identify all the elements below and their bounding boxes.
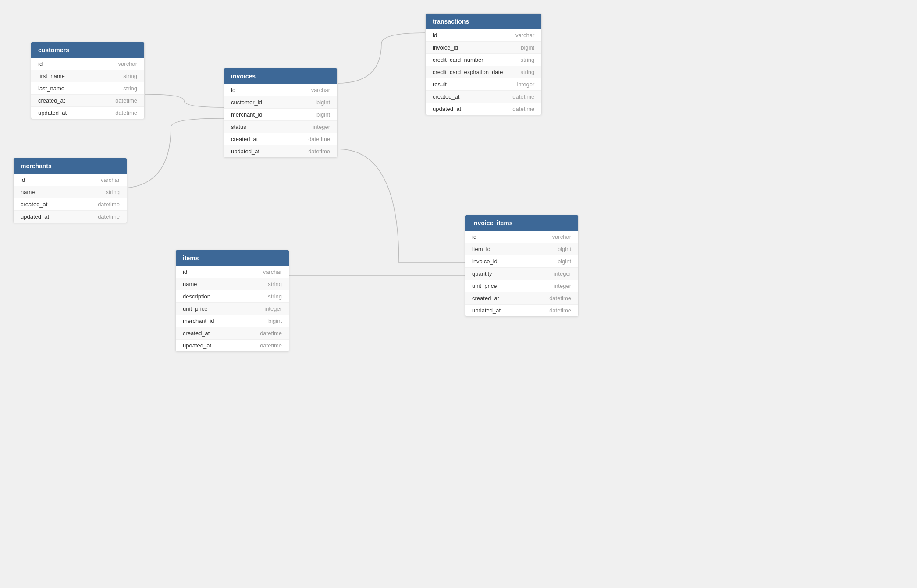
column-name: credit_card_expiration_date xyxy=(433,69,503,75)
column-type: varchar xyxy=(515,32,534,39)
column-type: string xyxy=(520,57,534,63)
table-row: credit_card_expiration_datestring xyxy=(426,66,541,78)
column-type: bigint xyxy=(558,246,571,252)
table-row: created_atdatetime xyxy=(176,327,289,340)
column-type: datetime xyxy=(549,295,571,301)
column-type: string xyxy=(123,73,137,79)
column-type: varchar xyxy=(263,269,282,275)
table-row: idvarchar xyxy=(465,231,578,243)
table-row: updated_atdatetime xyxy=(426,103,541,115)
column-type: string xyxy=(106,189,120,195)
column-name: created_at xyxy=(21,201,47,208)
column-name: updated_at xyxy=(433,106,461,112)
column-type: integer xyxy=(554,270,571,277)
column-type: integer xyxy=(517,81,534,88)
column-type: string xyxy=(520,69,534,75)
column-type: integer xyxy=(554,283,571,289)
column-type: bigint xyxy=(558,258,571,265)
column-type: string xyxy=(123,85,137,92)
table-row: credit_card_numberstring xyxy=(426,54,541,66)
column-name: created_at xyxy=(472,295,499,301)
column-name: id xyxy=(183,269,187,275)
column-type: bigint xyxy=(316,99,330,106)
column-type: datetime xyxy=(260,342,282,349)
table-transactions: transactionsidvarcharinvoice_idbigintcre… xyxy=(425,13,542,115)
table-row: updated_atdatetime xyxy=(224,145,337,157)
table-row: idvarchar xyxy=(14,174,127,186)
table-row: updated_atdatetime xyxy=(176,340,289,351)
table-row: created_atdatetime xyxy=(14,198,127,211)
column-type: varchar xyxy=(311,87,330,93)
table-row: unit_priceinteger xyxy=(176,303,289,315)
table-row: idvarchar xyxy=(224,84,337,96)
column-name: status xyxy=(231,124,246,130)
column-name: id xyxy=(21,177,25,183)
column-type: integer xyxy=(313,124,330,130)
table-header-customers: customers xyxy=(31,42,144,58)
column-name: updated_at xyxy=(231,148,259,155)
column-type: varchar xyxy=(118,60,137,67)
column-name: updated_at xyxy=(183,342,211,349)
column-name: created_at xyxy=(433,93,459,100)
table-row: idvarchar xyxy=(426,29,541,42)
table-header-items: items xyxy=(176,250,289,266)
column-name: last_name xyxy=(38,85,64,92)
table-row: resultinteger xyxy=(426,78,541,91)
column-type: datetime xyxy=(512,106,534,112)
table-row: updated_atdatetime xyxy=(465,305,578,316)
column-name: merchant_id xyxy=(231,111,263,118)
column-name: name xyxy=(21,189,35,195)
column-name: id xyxy=(433,32,437,39)
column-type: datetime xyxy=(98,201,120,208)
table-row: item_idbigint xyxy=(465,243,578,255)
table-header-invoice_items: invoice_items xyxy=(465,215,578,231)
table-row: created_atdatetime xyxy=(224,133,337,145)
table-merchants: merchantsidvarcharnamestringcreated_atda… xyxy=(13,158,127,223)
column-name: item_id xyxy=(472,246,490,252)
table-row: namestring xyxy=(14,186,127,198)
table-row: descriptionstring xyxy=(176,290,289,303)
column-name: unit_price xyxy=(472,283,497,289)
column-name: quantity xyxy=(472,270,492,277)
column-type: datetime xyxy=(115,97,137,104)
table-row: updated_atdatetime xyxy=(14,211,127,223)
column-name: id xyxy=(472,234,476,240)
column-type: bigint xyxy=(521,44,534,51)
column-name: description xyxy=(183,293,210,300)
table-header-merchants: merchants xyxy=(14,158,127,174)
column-type: datetime xyxy=(549,307,571,314)
table-header-transactions: transactions xyxy=(426,14,541,29)
column-type: datetime xyxy=(512,93,534,100)
table-header-invoices: invoices xyxy=(224,68,337,84)
table-invoices: invoicesidvarcharcustomer_idbigintmercha… xyxy=(224,68,338,158)
column-type: datetime xyxy=(308,148,330,155)
column-name: created_at xyxy=(183,330,210,337)
column-name: merchant_id xyxy=(183,318,214,324)
column-type: string xyxy=(268,281,282,287)
table-row: merchant_idbigint xyxy=(224,109,337,121)
column-name: customer_id xyxy=(231,99,262,106)
table-row: created_atdatetime xyxy=(465,292,578,305)
column-type: varchar xyxy=(101,177,120,183)
table-items: itemsidvarcharnamestringdescriptionstrin… xyxy=(175,250,289,352)
column-type: bigint xyxy=(268,318,282,324)
column-name: id xyxy=(231,87,235,93)
column-name: created_at xyxy=(231,136,258,142)
table-row: created_atdatetime xyxy=(426,91,541,103)
column-name: created_at xyxy=(38,97,65,104)
table-row: namestring xyxy=(176,278,289,290)
table-row: updated_atdatetime xyxy=(31,107,144,119)
table-row: invoice_idbigint xyxy=(465,255,578,268)
diagram-canvas: customersidvarcharfirst_namestringlast_n… xyxy=(0,0,917,588)
column-name: result xyxy=(433,81,447,88)
table-row: first_namestring xyxy=(31,70,144,82)
column-type: datetime xyxy=(115,110,137,116)
table-invoice_items: invoice_itemsidvarcharitem_idbigintinvoi… xyxy=(465,215,579,317)
column-name: name xyxy=(183,281,197,287)
column-type: integer xyxy=(264,305,282,312)
table-row: idvarchar xyxy=(176,266,289,278)
table-row: quantityinteger xyxy=(465,268,578,280)
column-name: invoice_id xyxy=(433,44,458,51)
table-row: idvarchar xyxy=(31,58,144,70)
table-row: merchant_idbigint xyxy=(176,315,289,327)
